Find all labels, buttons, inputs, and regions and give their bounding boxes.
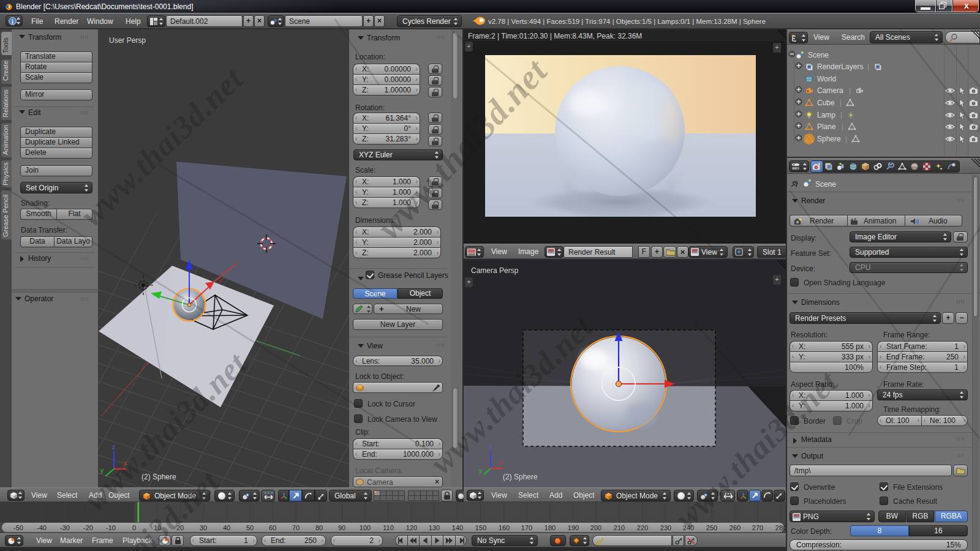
svg-text:160: 160 bbox=[499, 524, 510, 531]
svg-text:260: 260 bbox=[729, 524, 741, 531]
svg-text:140: 140 bbox=[452, 524, 463, 531]
svg-text:y: y bbox=[100, 467, 104, 474]
svg-text:180: 180 bbox=[545, 524, 556, 531]
svg-text:270: 270 bbox=[752, 524, 763, 531]
svg-text:0: 0 bbox=[132, 524, 136, 531]
svg-text:100: 100 bbox=[360, 524, 371, 531]
svg-text:220: 220 bbox=[637, 524, 648, 531]
svg-text:170: 170 bbox=[521, 524, 532, 531]
svg-text:20: 20 bbox=[176, 524, 184, 531]
svg-text:z: z bbox=[112, 444, 115, 451]
svg-text:90: 90 bbox=[338, 524, 345, 531]
svg-text:30: 30 bbox=[200, 524, 207, 531]
svg-text:-40: -40 bbox=[37, 524, 47, 531]
svg-text:50: 50 bbox=[246, 524, 254, 531]
svg-text:190: 190 bbox=[568, 524, 579, 531]
svg-text:z: z bbox=[489, 444, 492, 451]
svg-text:240: 240 bbox=[683, 524, 694, 531]
svg-text:-30: -30 bbox=[60, 524, 70, 531]
svg-text:40: 40 bbox=[223, 524, 230, 531]
svg-text:60: 60 bbox=[269, 524, 276, 531]
svg-text:120: 120 bbox=[406, 524, 417, 531]
svg-text:-10: -10 bbox=[106, 524, 116, 531]
svg-text:-50: -50 bbox=[13, 524, 23, 531]
svg-text:130: 130 bbox=[429, 524, 440, 531]
svg-text:x: x bbox=[124, 460, 127, 467]
svg-text:110: 110 bbox=[383, 524, 394, 531]
svg-text:230: 230 bbox=[660, 524, 671, 531]
svg-text:x: x bbox=[500, 459, 503, 466]
svg-text:280: 280 bbox=[775, 524, 786, 531]
svg-text:210: 210 bbox=[614, 524, 625, 531]
svg-text:150: 150 bbox=[475, 524, 486, 531]
svg-text:80: 80 bbox=[315, 524, 323, 531]
svg-text:70: 70 bbox=[292, 524, 300, 531]
svg-text:250: 250 bbox=[706, 524, 717, 531]
svg-text:y: y bbox=[479, 467, 482, 474]
svg-text:200: 200 bbox=[590, 524, 601, 531]
svg-text:-20: -20 bbox=[83, 524, 93, 531]
svg-text:10: 10 bbox=[154, 524, 161, 531]
